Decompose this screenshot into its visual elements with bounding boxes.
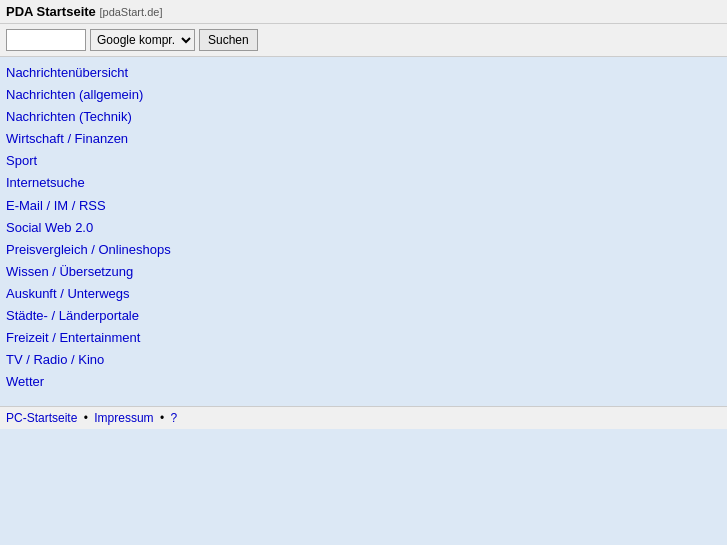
nav-link-14[interactable]: Wetter xyxy=(6,371,721,393)
nav-link-6[interactable]: E-Mail / IM / RSS xyxy=(6,195,721,217)
nav-link-5[interactable]: Internetsuche xyxy=(6,172,721,194)
footer-link-0[interactable]: PC-Startseite xyxy=(6,411,77,425)
page-title: PDA Startseite xyxy=(6,4,96,19)
footer-separator-0: • xyxy=(80,411,91,425)
nav-link-11[interactable]: Städte- / Länderportale xyxy=(6,305,721,327)
search-bar: Google kompr. Google Bing Suchen xyxy=(0,24,727,57)
search-button[interactable]: Suchen xyxy=(199,29,258,51)
nav-link-4[interactable]: Sport xyxy=(6,150,721,172)
nav-link-8[interactable]: Preisvergleich / Onlineshops xyxy=(6,239,721,261)
nav-link-7[interactable]: Social Web 2.0 xyxy=(6,217,721,239)
search-input[interactable] xyxy=(6,29,86,51)
footer-link-2[interactable]: ? xyxy=(170,411,177,425)
search-engine-wrapper: Google kompr. Google Bing xyxy=(90,29,195,51)
nav-link-9[interactable]: Wissen / Übersetzung xyxy=(6,261,721,283)
nav-link-2[interactable]: Nachrichten (Technik) xyxy=(6,106,721,128)
nav-link-0[interactable]: Nachrichtenübersicht xyxy=(6,62,721,84)
footer-separator-1: • xyxy=(157,411,168,425)
search-engine-select[interactable]: Google kompr. Google Bing xyxy=(90,29,195,51)
nav-link-12[interactable]: Freizeit / Entertainment xyxy=(6,327,721,349)
footer-link-1[interactable]: Impressum xyxy=(94,411,153,425)
nav-links: NachrichtenübersichtNachrichten (allgeme… xyxy=(0,57,727,398)
nav-link-1[interactable]: Nachrichten (allgemein) xyxy=(6,84,721,106)
footer: PC-Startseite • Impressum • ? xyxy=(0,406,727,429)
nav-link-13[interactable]: TV / Radio / Kino xyxy=(6,349,721,371)
page-subtitle: [pdaStart.de] xyxy=(99,6,162,18)
nav-link-10[interactable]: Auskunft / Unterwegs xyxy=(6,283,721,305)
page-header: PDA Startseite [pdaStart.de] xyxy=(0,0,727,24)
nav-link-3[interactable]: Wirtschaft / Finanzen xyxy=(6,128,721,150)
